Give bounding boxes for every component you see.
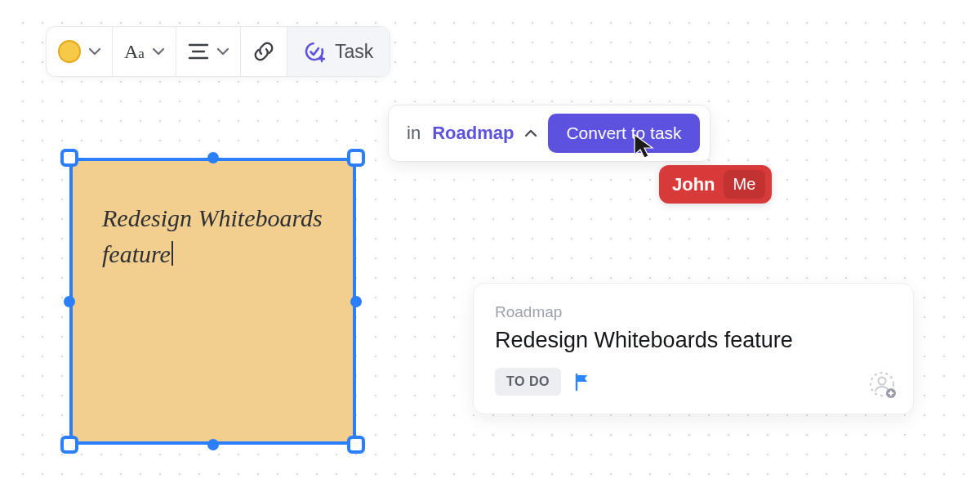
text-format-picker[interactable]: Aa: [113, 27, 176, 76]
collaborator-badge[interactable]: John Me: [659, 165, 772, 204]
chevron-up-icon: [525, 129, 537, 137]
link-icon: [252, 40, 275, 63]
convert-to-task-button[interactable]: Convert to task: [548, 114, 699, 153]
task-title: Redesign Whiteboards feature: [495, 328, 892, 353]
collaborator-name: John: [672, 174, 715, 195]
priority-flag-icon[interactable]: [574, 373, 590, 391]
sticky-text[interactable]: Redesign Whiteboards feature: [102, 200, 323, 271]
task-list-name: Roadmap: [495, 303, 892, 321]
align-center-icon: [188, 43, 209, 60]
me-badge: Me: [724, 170, 766, 199]
link-button[interactable]: [241, 27, 287, 76]
text-cursor: [172, 241, 173, 266]
color-swatch-icon: [58, 40, 81, 63]
resize-handle[interactable]: [207, 439, 219, 450]
svg-point-7: [879, 378, 886, 385]
sticky-note[interactable]: Redesign Whiteboards feature: [69, 158, 356, 445]
sticky-note-selected[interactable]: Redesign Whiteboards feature: [69, 158, 356, 445]
resize-handle[interactable]: [207, 152, 219, 163]
resize-handle[interactable]: [350, 296, 362, 307]
color-picker[interactable]: [47, 27, 113, 76]
formatting-toolbar: Aa: [46, 26, 390, 77]
create-task-button[interactable]: Task: [287, 27, 390, 76]
chevron-down-icon: [217, 47, 229, 56]
in-label: in: [407, 123, 421, 144]
task-preview-card[interactable]: Roadmap Redesign Whiteboards feature TO …: [473, 283, 914, 414]
chevron-down-icon: [89, 47, 100, 56]
status-chip[interactable]: TO DO: [495, 368, 561, 396]
mouse-cursor-icon: [633, 133, 656, 163]
task-meta-row: TO DO: [495, 368, 892, 396]
list-picker[interactable]: Roadmap: [432, 123, 514, 144]
text-icon: Aa: [124, 41, 145, 63]
alignment-picker[interactable]: [176, 27, 241, 76]
resize-handle[interactable]: [60, 436, 78, 454]
resize-handle[interactable]: [64, 296, 75, 307]
check-plus-icon: [304, 40, 327, 63]
assignee-add-button[interactable]: [869, 371, 897, 399]
resize-handle[interactable]: [60, 149, 78, 167]
resize-handle[interactable]: [347, 149, 365, 167]
task-button-label: Task: [335, 41, 373, 63]
convert-task-popover: in Roadmap Convert to task: [388, 105, 710, 162]
resize-handle[interactable]: [347, 436, 365, 454]
chevron-down-icon: [153, 47, 164, 56]
